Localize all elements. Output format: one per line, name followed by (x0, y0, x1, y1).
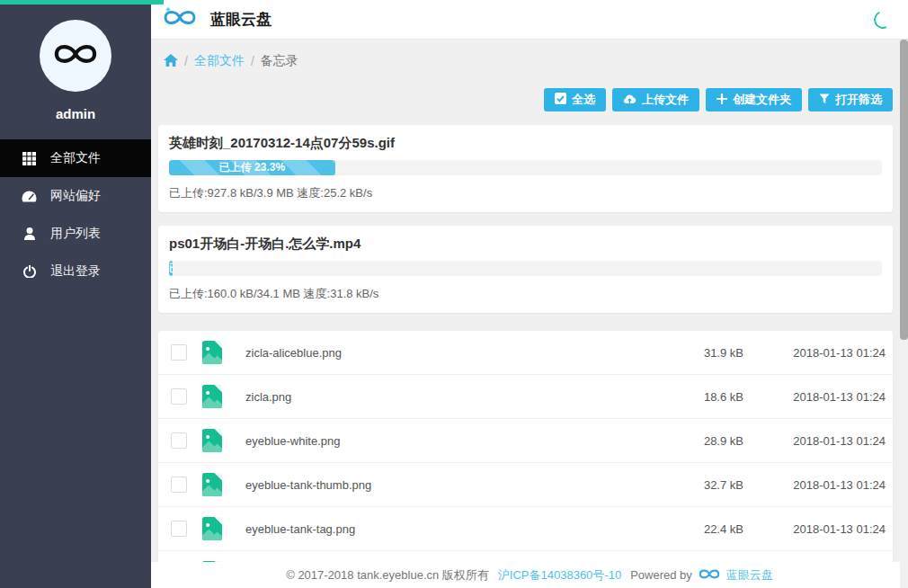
file-checkbox[interactable] (171, 388, 187, 405)
image-file-icon (202, 341, 222, 364)
sidebar-item-label: 全部文件 (50, 150, 101, 166)
breadcrumb: / 全部文件 / 备忘录 (158, 50, 893, 72)
eyeblue-logo-icon (697, 566, 722, 584)
loading-progress-bar (0, 0, 164, 4)
sidebar-item-all-files[interactable]: 全部文件 (0, 139, 151, 177)
footer: © 2017-2018 tank.eyeblue.cn 版权所有 沪ICP备14… (151, 562, 908, 588)
header: 蓝眼云盘 (151, 0, 908, 40)
upload-progress-fill: 已上传 (169, 261, 173, 276)
username: admin (0, 106, 151, 121)
upload-progress-bar: 已上传 23.3% (169, 160, 882, 175)
button-label: 上传文件 (642, 92, 689, 108)
file-date: 2018-01-13 01:24 (743, 434, 886, 448)
plus-icon (717, 94, 727, 107)
copyright-text: © 2017-2018 tank.eyeblue.cn 版权所有 (286, 567, 489, 584)
app-title: 蓝眼云盘 (210, 9, 272, 30)
toolbar: 全选 上传文件 创建文件夹 (158, 88, 893, 111)
file-row[interactable]: zicla-aliceblue.png 31.9 kB 2018-01-13 0… (158, 331, 893, 375)
file-date: 2018-01-13 01:24 (743, 390, 886, 404)
home-icon[interactable] (164, 54, 178, 69)
eyeblue-logo-icon (49, 38, 102, 74)
file-checkbox[interactable] (171, 432, 187, 449)
sidebar-item-label: 用户列表 (50, 226, 101, 242)
sidebar-item-site-preferences[interactable]: 网站偏好 (0, 177, 151, 215)
open-filter-button[interactable]: 打开筛选 (808, 88, 893, 111)
image-file-icon (202, 429, 222, 452)
create-folder-button[interactable]: 创建文件夹 (706, 88, 802, 111)
scrollbar-thumb[interactable] (900, 40, 908, 340)
file-name[interactable]: eyeblue-tank-tag.png (245, 522, 661, 536)
file-name[interactable]: eyeblue-white.png (245, 434, 661, 448)
grid-icon (22, 152, 37, 165)
image-file-icon (202, 473, 222, 496)
file-name[interactable]: eyeblue-tank-thumb.png (245, 478, 661, 492)
file-size: 32.7 kB (661, 478, 743, 492)
file-row[interactable]: eyeblue-tank-black.png 28.4 kB 2018-01-1… (158, 551, 893, 562)
button-label: 打开筛选 (835, 92, 882, 108)
upload-card: 英雄时刻_20170312-14点07分59s.gif 已上传 23.3% 已上… (158, 125, 893, 212)
file-list: zicla-aliceblue.png 31.9 kB 2018-01-13 0… (158, 331, 893, 562)
file-date: 2018-01-13 01:24 (743, 478, 886, 492)
filter-icon (819, 94, 830, 107)
sidebar-item-user-list[interactable]: 用户列表 (0, 215, 151, 253)
file-size: 31.9 kB (661, 346, 743, 360)
icp-link[interactable]: 沪ICP备14038360号-10 (498, 567, 621, 584)
brand[interactable]: 蓝眼云盘 (160, 5, 272, 33)
scrollbar-track[interactable] (900, 40, 908, 588)
file-size: 22.4 kB (661, 522, 743, 536)
file-row[interactable]: eyeblue-tank-thumb.png 32.7 kB 2018-01-1… (158, 463, 893, 507)
image-file-icon (202, 517, 222, 540)
file-size: 18.6 kB (661, 390, 743, 404)
file-size: 28.9 kB (661, 434, 743, 448)
breadcrumb-separator: / (184, 54, 188, 68)
sidebar: admin 全部文件 网站偏好 (0, 0, 151, 588)
upload-progress-bar: 已上传 (169, 261, 882, 276)
breadcrumb-all-files[interactable]: 全部文件 (194, 53, 245, 69)
button-label: 全选 (572, 92, 595, 108)
file-checkbox[interactable] (171, 521, 187, 537)
file-row[interactable]: eyeblue-tank-tag.png 22.4 kB 2018-01-13 … (158, 507, 893, 551)
footer-brand-link[interactable]: 蓝眼云盘 (726, 567, 773, 584)
file-checkbox[interactable] (171, 477, 187, 493)
select-all-button[interactable]: 全选 (544, 88, 606, 111)
file-name[interactable]: zicla-aliceblue.png (245, 346, 661, 360)
upload-card: ps01开场白-开场白.怎么学.mp4 已上传 已上传:160.0 kB/34.… (158, 226, 893, 313)
button-label: 创建文件夹 (733, 92, 791, 108)
file-date: 2018-01-13 01:24 (743, 522, 886, 536)
image-file-icon (202, 385, 222, 408)
breadcrumb-current: 备忘录 (261, 53, 298, 69)
file-date: 2018-01-13 01:24 (743, 346, 886, 360)
file-row[interactable]: zicla.png 18.6 kB 2018-01-13 01:24 (158, 375, 893, 419)
upload-filename: 英雄时刻_20170312-14点07分59s.gif (169, 135, 882, 152)
upload-stats: 已上传:160.0 kB/34.1 MB 速度:31.8 kB/s (169, 286, 882, 302)
file-row[interactable]: eyeblue-white.png 28.9 kB 2018-01-13 01:… (158, 419, 893, 463)
sidebar-menu: 全部文件 网站偏好 用户列表 (0, 139, 151, 290)
user-icon (22, 227, 37, 240)
file-checkbox[interactable] (171, 344, 187, 361)
upload-filename: ps01开场白-开场白.怎么学.mp4 (169, 236, 882, 253)
upload-stats: 已上传:927.8 kB/3.9 MB 速度:25.2 kB/s (169, 185, 882, 201)
sidebar-item-logout[interactable]: 退出登录 (0, 253, 151, 290)
power-icon (22, 265, 37, 278)
avatar (40, 20, 111, 92)
cloud-upload-icon (623, 94, 636, 107)
sidebar-item-label: 网站偏好 (50, 188, 101, 204)
sidebar-item-label: 退出登录 (50, 263, 101, 280)
powered-by-text: Powered by (630, 568, 692, 582)
check-square-icon (555, 93, 566, 107)
main-content: / 全部文件 / 备忘录 全选 上传文件 (151, 40, 908, 562)
upload-file-button[interactable]: 上传文件 (612, 88, 699, 111)
breadcrumb-separator: / (251, 54, 254, 68)
file-name[interactable]: zicla.png (245, 390, 661, 404)
upload-progress-fill: 已上传 23.3% (169, 160, 335, 175)
dashboard-icon (22, 191, 37, 202)
eyeblue-logo-icon (160, 5, 200, 33)
